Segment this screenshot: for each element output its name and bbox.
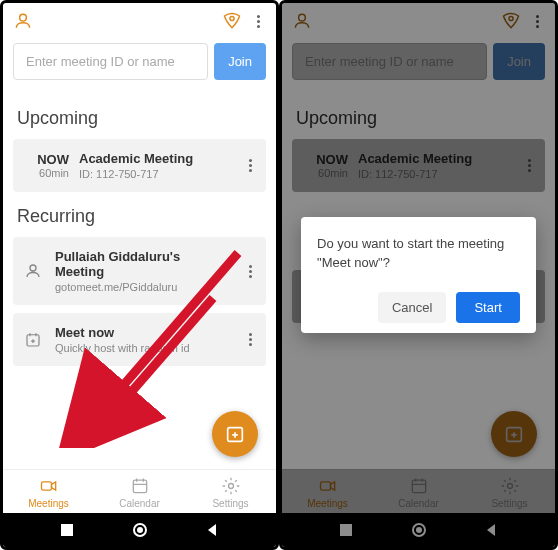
nav-meetings[interactable]: Meetings [3,470,94,513]
cast-icon[interactable] [222,11,242,31]
recurring-sub: gotomeet.me/PGiddaluru [55,281,232,293]
nav-label: Calendar [119,498,160,509]
calendar-icon [130,476,150,496]
gear-icon [221,476,241,496]
duration-label: 60min [21,167,69,179]
home-icon[interactable] [132,522,148,538]
start-meeting-dialog: Do you want to start the meeting "Meet n… [301,217,536,332]
svg-point-7 [228,484,233,489]
android-nav-bar [3,513,276,547]
person-icon [21,262,45,280]
meet-now-sub: Quickly host with random id [55,342,232,354]
camera-icon [39,476,59,496]
meet-now-title: Meet now [55,325,232,340]
recurring-title: Pullaiah Giddaluru's Meeting [55,249,232,279]
overflow-menu-icon[interactable] [250,15,266,28]
back-icon[interactable] [205,523,219,537]
card-overflow-icon[interactable] [242,265,258,278]
top-bar [3,3,276,39]
meeting-id-input[interactable]: Enter meeting ID or name [13,43,208,80]
svg-rect-8 [61,524,73,536]
svg-rect-5 [41,482,51,490]
recurring-heading: Recurring [17,206,266,227]
phone-screen-left: Enter meeting ID or name Join Upcoming N… [0,0,279,550]
upcoming-heading: Upcoming [17,108,266,129]
new-meeting-fab[interactable] [212,411,258,457]
upcoming-meeting-card[interactable]: NOW 60min Academic Meeting ID: 112-750-7… [13,139,266,192]
meeting-title: Academic Meeting [79,151,232,166]
recent-apps-icon[interactable] [60,523,74,537]
recurring-item-meet-now[interactable]: Meet now Quickly host with random id [13,313,266,366]
main-content: Upcoming NOW 60min Academic Meeting ID: … [3,88,276,469]
card-overflow-icon[interactable] [242,159,258,172]
meeting-id: ID: 112-750-717 [79,168,232,180]
bottom-nav: Meetings Calendar Settings [3,469,276,513]
dialog-text: Do you want to start the meeting "Meet n… [317,235,520,271]
cancel-button[interactable]: Cancel [378,292,446,323]
svg-rect-6 [133,480,146,493]
svg-point-0 [230,16,234,20]
nav-settings[interactable]: Settings [185,470,276,513]
modal-overlay: Do you want to start the meeting "Meet n… [282,3,555,547]
nav-calendar[interactable]: Calendar [94,470,185,513]
calendar-plus-icon [21,331,45,349]
join-button[interactable]: Join [214,43,266,80]
nav-label: Meetings [28,498,69,509]
start-button[interactable]: Start [456,292,519,323]
recurring-item-0[interactable]: Pullaiah Giddaluru's Meeting gotomeet.me… [13,237,266,305]
phone-screen-right: Enter meeting ID or name Join Upcoming N… [279,0,558,550]
now-label: NOW [21,152,69,167]
svg-point-10 [137,527,143,533]
card-overflow-icon[interactable] [242,333,258,346]
search-row: Enter meeting ID or name Join [3,39,276,88]
profile-icon[interactable] [13,11,33,31]
nav-label: Settings [212,498,248,509]
